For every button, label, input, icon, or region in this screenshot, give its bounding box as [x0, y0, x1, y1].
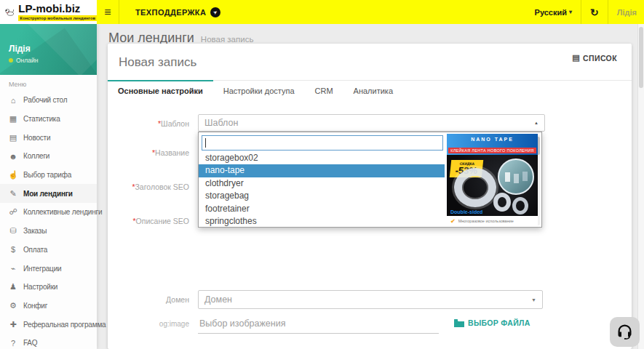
- app-root: LP-mobi.biz Конструктор мобильных лендин…: [0, 0, 644, 349]
- topbar-username[interactable]: Лідія: [608, 8, 644, 17]
- sidebar-item-label: Коллеги: [23, 152, 49, 160]
- tab-label: CRM: [315, 87, 333, 95]
- language-label: Русский: [535, 8, 567, 17]
- og-image-input[interactable]: [198, 314, 439, 334]
- template-option[interactable]: footretainer: [199, 203, 445, 215]
- question-icon: ?: [8, 339, 18, 348]
- seo-title-field-label: *Заголовок SEO: [108, 182, 189, 191]
- online-status-label: Онлайн: [16, 57, 38, 64]
- menu-section-label: Меню: [0, 75, 97, 91]
- dropdown-search-input[interactable]: [202, 137, 442, 151]
- record-card: Новая запись ▤ СПИСОК Основные настройки…: [108, 44, 632, 349]
- sidebar-item-label: Мои лендинги: [23, 190, 73, 198]
- caret-up-icon: ▲: [534, 121, 538, 125]
- plug-icon: ⌁: [8, 264, 18, 273]
- gears-icon: ⚙: [8, 301, 18, 310]
- sidebar-item-referral[interactable]: ✚ Реферальная программа: [0, 315, 97, 334]
- choose-file-label: ВЫБОР ФАЙЛА: [468, 318, 530, 327]
- sidebar-item-collective-landings[interactable]: ☍ Коллективные лендинги: [0, 203, 97, 222]
- list-icon: ▤: [572, 53, 580, 63]
- headset-icon: [615, 322, 635, 342]
- preview-inset-photo: [498, 159, 534, 195]
- chevron-down-icon: ▾: [569, 9, 572, 15]
- online-status-dot: [9, 58, 13, 63]
- page-scrollbar: [637, 24, 644, 349]
- sidebar-item-orders[interactable]: ⛁ Заказы: [0, 222, 97, 241]
- template-option[interactable]: storagebox02: [199, 152, 445, 164]
- tab-label: Основные настройки: [118, 87, 203, 95]
- sidebar-item-label: Интеграции: [23, 265, 61, 273]
- sidebar-item-label: Конфиг: [23, 302, 47, 310]
- sidebar-item-colleagues[interactable]: ☻ Коллеги: [0, 147, 97, 166]
- user-add-icon: ✚: [8, 320, 18, 329]
- template-option[interactable]: clothdryer: [199, 177, 445, 190]
- name-field-label: *Название: [108, 148, 189, 157]
- sidebar-item-label: Статистика: [23, 115, 60, 123]
- og-image-field-label: og:image: [108, 320, 189, 328]
- sidebar-item-label: Оплата: [23, 246, 47, 254]
- sidebar-item-statistics[interactable]: ▦ Статистика: [0, 110, 97, 129]
- hamburger-icon[interactable]: ≡: [97, 0, 119, 24]
- sidebar-item-tariff[interactable]: ☝ Выбор тарифа: [0, 166, 97, 185]
- news-icon: ▤: [8, 133, 18, 143]
- sidebar-item-label: FAQ: [23, 339, 37, 347]
- sidebar-item-label: Настройки: [23, 283, 57, 291]
- tariff-select-icon: ☝: [8, 170, 18, 180]
- card-header: Новая запись ▤ СПИСОК: [108, 44, 632, 80]
- preview-body: СКИДКА -53% Double-sided: [447, 155, 538, 216]
- template-select[interactable]: Шаблон ▲: [198, 114, 545, 132]
- preview-subtitle: КЛЕЙКАЯ ЛЕНТА НОВОГО ПОКОЛЕНИЯ: [448, 148, 536, 153]
- sidebar-username: Лідія: [9, 44, 31, 54]
- tab-label: Настройки доступа: [223, 87, 295, 95]
- template-option[interactable]: springclothes: [199, 215, 445, 228]
- tape-roll-illustration: [512, 197, 528, 214]
- template-option-label: springclothes: [205, 216, 257, 226]
- template-option-label: storagebox02: [205, 153, 258, 163]
- folder-icon: [454, 319, 464, 327]
- domain-select[interactable]: Домен ▼: [198, 290, 543, 309]
- tab-main-settings[interactable]: Основные настройки: [108, 81, 213, 102]
- sidebar-item-dashboard[interactable]: ⌂ Рабочий стол: [0, 91, 97, 110]
- choose-file-button[interactable]: ВЫБОР ФАЙЛА: [450, 318, 535, 328]
- sidebar-item-news[interactable]: ▤ Новости: [0, 128, 97, 147]
- language-selector[interactable]: Русский ▾: [526, 8, 581, 17]
- template-option[interactable]: storagebag: [199, 190, 445, 202]
- template-option[interactable]: nano-tape: [199, 164, 445, 177]
- sidebar-item-my-landings[interactable]: ✎ Мои лендинги: [0, 184, 97, 203]
- logo[interactable]: LP-mobi.biz Конструктор мобильных лендин…: [0, 0, 97, 24]
- domain-select-placeholder: Домен: [204, 294, 232, 305]
- sidebar: Лідія Онлайн Меню ⌂ Рабочий стол ▦ Стати…: [0, 24, 97, 349]
- cart-icon: ⛁: [8, 226, 18, 236]
- page-scrollbar-thumb[interactable]: [639, 27, 643, 88]
- support-widget-button[interactable]: [610, 317, 640, 347]
- domain-field-label: Домен: [108, 295, 189, 304]
- template-option-label: nano-tape: [205, 165, 245, 175]
- preview-caption: Double-sided: [450, 209, 482, 214]
- tab-access-settings[interactable]: Настройки доступа: [213, 81, 305, 102]
- share-icon: ☍: [8, 207, 18, 217]
- sidebar-item-config[interactable]: ⚙ Конфиг: [0, 297, 97, 316]
- tape-roll-illustration: [493, 193, 511, 212]
- template-dropdown-panel: storagebox02 nano-tape clothdryer: [198, 132, 542, 228]
- template-option-label: footretainer: [205, 204, 250, 214]
- sidebar-item-label: Рабочий стол: [23, 96, 67, 104]
- sidebar-item-integrations[interactable]: ⌁ Интеграции: [0, 259, 97, 278]
- tab-label: Аналитика: [354, 87, 393, 95]
- seo-description-field-label: *Описание SEO: [108, 217, 189, 225]
- logo-dog-icon: [4, 4, 15, 20]
- breadcrumb: Мои лендинги Новая запись: [97, 24, 644, 46]
- main-content: Мои лендинги Новая запись Новая запись ▤…: [97, 24, 644, 349]
- sidebar-item-faq[interactable]: ? FAQ: [0, 334, 97, 349]
- tab-crm[interactable]: CRM: [305, 81, 343, 102]
- statistics-icon: ▦: [8, 114, 18, 124]
- topbar: LP-mobi.biz Конструктор мобильных лендин…: [0, 0, 644, 24]
- template-select-placeholder: Шаблон: [204, 118, 238, 128]
- dollar-icon: $: [8, 245, 18, 254]
- sidebar-item-payment[interactable]: $ Оплата: [0, 241, 97, 260]
- support-link[interactable]: ТЕХПОДДЕРЖКА ➤: [119, 7, 231, 17]
- template-option-label: clothdryer: [205, 178, 244, 188]
- refresh-icon[interactable]: ↻: [581, 7, 608, 18]
- tab-analytics[interactable]: Аналитика: [343, 81, 403, 102]
- list-button[interactable]: ▤ СПИСОК: [568, 52, 621, 63]
- sidebar-item-settings[interactable]: ♟ Настройки: [0, 278, 97, 297]
